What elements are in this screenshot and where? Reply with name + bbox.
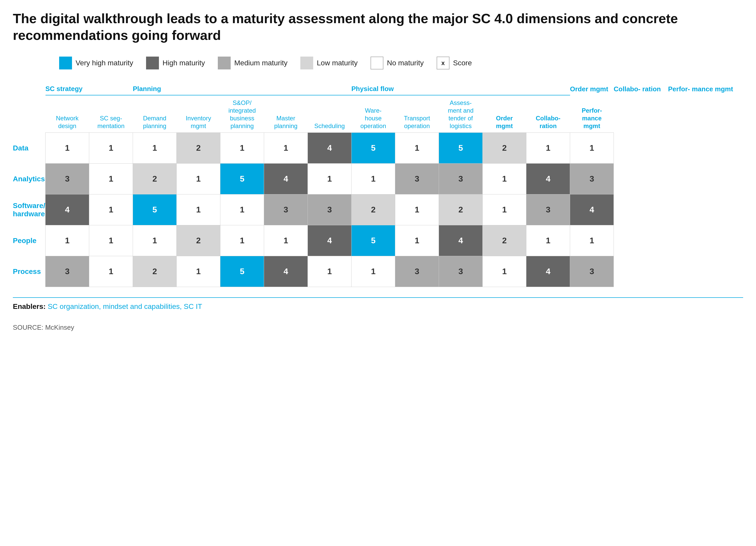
cell-r2-c0: 4	[46, 194, 89, 225]
col-header-7: Ware-houseoperation	[352, 95, 395, 133]
cell-score-r2-c9: 2	[439, 194, 482, 225]
cell-score-r0-c0: 1	[46, 133, 89, 163]
enablers-label: Enablers:	[13, 302, 46, 310]
cell-score-r3-c0: 1	[46, 225, 89, 256]
cell-r3-c8: 1	[395, 225, 439, 256]
legend-item-medium: Medium maturity	[218, 57, 287, 69]
cell-r0-c10: 2	[483, 133, 526, 164]
source: SOURCE: McKinsey	[13, 324, 743, 332]
cell-r3-c7: 5	[352, 225, 395, 256]
legend-item-low: Low maturity	[300, 57, 358, 69]
cell-score-r1-c1: 1	[89, 164, 133, 194]
cell-score-r3-c10: 2	[483, 225, 526, 256]
cell-score-r4-c2: 2	[133, 256, 176, 287]
cell-score-r0-c1: 1	[89, 133, 133, 163]
cell-score-r2-c8: 1	[395, 194, 439, 225]
cell-r4-c3: 1	[177, 256, 220, 287]
cell-score-r2-c0: 4	[46, 194, 89, 225]
cell-score-r3-c5: 1	[264, 225, 308, 256]
cell-r1-c10: 1	[483, 164, 526, 194]
cell-score-r2-c5: 3	[264, 194, 308, 225]
legend-label-low: Low maturity	[317, 59, 358, 67]
col-header-8: Transportoperation	[395, 95, 439, 133]
legend-label-medium: Medium maturity	[234, 59, 287, 67]
cell-score-r1-c3: 1	[177, 164, 220, 194]
cell-score-r4-c12: 3	[570, 256, 614, 287]
cell-score-r1-c8: 3	[395, 164, 439, 194]
enablers-text: SC organization, mindset and capabilitie…	[48, 302, 202, 310]
cell-r2-c11: 3	[526, 194, 570, 225]
col-header-row: NetworkdesignSC seg-mentationDemandplann…	[13, 95, 743, 133]
cell-score-r0-c12: 1	[570, 133, 614, 163]
col-header-2: Demandplanning	[133, 95, 177, 133]
cell-score-r1-c9: 3	[439, 164, 482, 194]
cell-score-r2-c3: 1	[177, 194, 220, 225]
legend-color-medium	[218, 57, 231, 69]
row-label-header-empty	[13, 85, 46, 95]
cell-r0-c4: 1	[220, 133, 264, 164]
cell-r1-c9: 3	[439, 164, 483, 194]
col-header-11: Collabo-ration	[526, 95, 570, 133]
cell-r0-c1: 1	[89, 133, 133, 164]
cell-score-r4-c5: 4	[264, 256, 308, 287]
cell-r4-c5: 4	[264, 256, 308, 287]
cell-score-r4-c3: 1	[177, 256, 220, 287]
cell-r4-c8: 3	[395, 256, 439, 287]
cell-r0-c8: 1	[395, 133, 439, 164]
cell-score-r1-c4: 5	[220, 164, 264, 194]
cell-score-r2-c1: 1	[89, 194, 133, 225]
col-header-9: Assess-ment andtender oflogistics	[439, 95, 483, 133]
legend-color-very-high	[59, 57, 72, 69]
cell-r4-c10: 1	[483, 256, 526, 287]
cell-score-r0-c4: 1	[220, 133, 264, 163]
cell-r4-c9: 3	[439, 256, 483, 287]
legend-item-high: High maturity	[146, 57, 205, 69]
cell-score-r2-c7: 2	[352, 194, 395, 225]
cell-r4-c7: 1	[352, 256, 395, 287]
row-label-2: Software/hardware	[13, 194, 46, 225]
cell-score-r1-c12: 3	[570, 164, 614, 194]
cell-r3-c0: 1	[46, 225, 89, 256]
cell-score-r1-c7: 1	[352, 164, 395, 194]
cell-score-r2-c11: 3	[526, 194, 570, 225]
cell-r2-c5: 3	[264, 194, 308, 225]
table-row-0: Data1112114515211	[13, 133, 743, 164]
cell-score-r3-c3: 2	[177, 225, 220, 256]
cell-score-r0-c8: 1	[395, 133, 439, 163]
cell-r0-c7: 5	[352, 133, 395, 164]
cell-r2-c12: 4	[570, 194, 614, 225]
cell-r0-c3: 2	[177, 133, 220, 164]
group-header-sc-strategy: SC strategy	[46, 85, 133, 95]
enablers-section: Enablers: SC organization, mindset and c…	[13, 297, 743, 311]
cell-score-r1-c2: 2	[133, 164, 176, 194]
cell-r2-c9: 2	[439, 194, 483, 225]
cell-r3-c1: 1	[89, 225, 133, 256]
table-row-1: Analytics3121541133143	[13, 164, 743, 194]
cell-r0-c12: 1	[570, 133, 614, 164]
cell-score-r3-c8: 1	[395, 225, 439, 256]
cell-score-r3-c1: 1	[89, 225, 133, 256]
cell-r3-c6: 4	[308, 225, 352, 256]
legend-item-very-high: Very high maturity	[59, 57, 133, 69]
legend-score-box: x	[437, 57, 449, 69]
table-body: Data1112114515211Analytics3121541133143S…	[13, 133, 743, 287]
cell-r3-c2: 1	[133, 225, 177, 256]
cell-r1-c6: 1	[308, 164, 352, 194]
cell-score-r1-c0: 3	[46, 164, 89, 194]
cell-score-r1-c6: 1	[308, 164, 351, 194]
cell-r2-c7: 2	[352, 194, 395, 225]
cell-score-r0-c7: 5	[352, 133, 395, 163]
legend-label-none: No maturity	[387, 59, 424, 67]
cell-score-r0-c5: 1	[264, 133, 308, 163]
cell-r3-c11: 1	[526, 225, 570, 256]
cell-r4-c6: 1	[308, 256, 352, 287]
cell-r1-c5: 4	[264, 164, 308, 194]
cell-r1-c3: 1	[177, 164, 220, 194]
cell-r2-c3: 1	[177, 194, 220, 225]
cell-score-r4-c11: 4	[526, 256, 570, 287]
cell-score-r4-c6: 1	[308, 256, 351, 287]
cell-r1-c2: 2	[133, 164, 177, 194]
legend-item-none: No maturity	[371, 57, 424, 69]
cell-score-r1-c11: 4	[526, 164, 570, 194]
group-header-row: SC strategyPlanningPhysical flowOrder mg…	[13, 85, 743, 95]
